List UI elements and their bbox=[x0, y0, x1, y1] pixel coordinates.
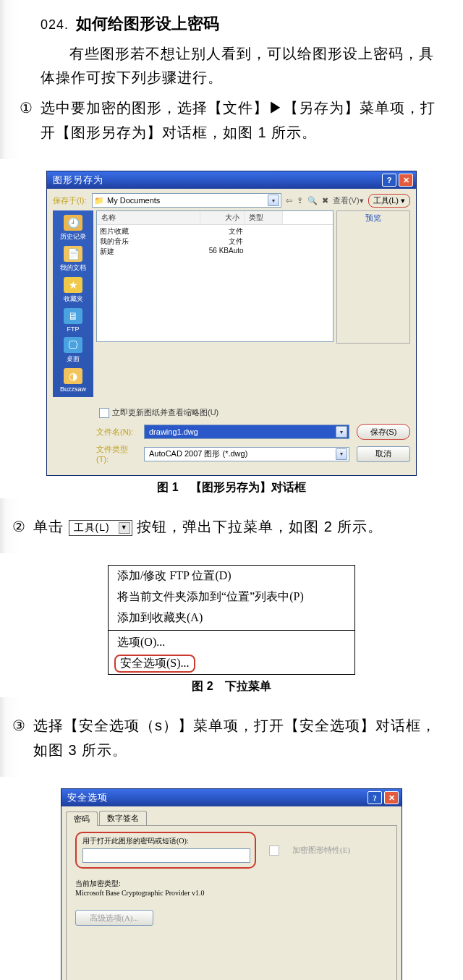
view-menu[interactable]: 查看(V) ▾ bbox=[333, 195, 364, 206]
step-3-number: ③ bbox=[10, 713, 27, 762]
help-icon[interactable]: ? bbox=[368, 791, 382, 804]
step-1-number: ① bbox=[17, 95, 35, 145]
filename-input[interactable]: drawing1.dwg▾ bbox=[144, 425, 349, 439]
topic-number: 024. bbox=[41, 17, 69, 33]
save-in-label: 保存于(I): bbox=[53, 195, 88, 206]
cancel-button[interactable]: 取消 bbox=[357, 446, 410, 462]
save-button[interactable]: 保存(S) bbox=[357, 424, 410, 440]
list-item[interactable]: 我的音乐文件 bbox=[100, 237, 330, 247]
file-list-pane[interactable]: 名称 大小 类型 图片收藏文件 我的音乐文件 新建56 KBAuto bbox=[96, 210, 334, 342]
chevron-down-icon: ▾ bbox=[401, 196, 405, 205]
sidebar-item-desktop[interactable]: 🖵桌面 bbox=[53, 337, 93, 364]
saveas-dialog: 图形另存为 ? ✕ 保存于(I): 📁 My Documents ▾ ⇦ ⇪ 🔍 bbox=[46, 171, 417, 476]
filetype-combo[interactable]: AutoCAD 2007 图形 (*.dwg)▾ bbox=[144, 447, 349, 461]
back-icon[interactable]: ⇦ bbox=[286, 196, 292, 205]
menu-divider bbox=[109, 630, 354, 631]
folder-icon: 📁 bbox=[94, 196, 104, 205]
advanced-button[interactable]: 高级选项(A)... bbox=[75, 910, 153, 926]
sidebar-item-mydocs[interactable]: 📄我的文档 bbox=[53, 246, 93, 273]
saveas-titlebar: 图形另存为 ? ✕ bbox=[47, 171, 416, 189]
up-folder-icon[interactable]: ⇪ bbox=[297, 196, 303, 205]
step-3-text: 选择【安全选项（s）】菜单项，打开【安全选项】对话框，如图 3 所示。 bbox=[33, 713, 449, 762]
update-thumb-checkbox[interactable] bbox=[99, 408, 109, 418]
tab-password[interactable]: 密码 bbox=[66, 811, 98, 826]
topic-title: 如何给图形设上密码 bbox=[76, 13, 219, 35]
security-dialog: 安全选项 ? ✕ 密码 数字签名 用于打开此图形的密码或短语(O): 加密图形特… bbox=[61, 788, 402, 980]
menu-item-add-place[interactable]: 将当前文件夹添加到“位置”列表中(P) bbox=[109, 587, 354, 608]
step-2-number: ② bbox=[10, 514, 27, 539]
chevron-down-icon: ▼ bbox=[119, 522, 130, 534]
sidebar-item-buzzsaw[interactable]: ◑Buzzsaw bbox=[53, 368, 93, 393]
filename-label: 文件名(N): bbox=[96, 427, 137, 438]
sidebar-item-ftp[interactable]: 🖥FTP bbox=[53, 308, 93, 333]
update-thumb-label: 立即更新图纸并查看缩略图(U) bbox=[112, 407, 218, 418]
preview-pane: 预览 bbox=[336, 210, 410, 344]
security-title: 安全选项 bbox=[67, 791, 365, 804]
chevron-down-icon[interactable]: ▾ bbox=[336, 448, 347, 460]
search-icon[interactable]: 🔍 bbox=[307, 196, 318, 205]
saveas-title: 图形另存为 bbox=[53, 174, 380, 187]
list-item[interactable]: 图片收藏文件 bbox=[100, 226, 330, 237]
step-2-text: 单击 工具(L) ▼ 按钮，弹出下拉菜单，如图 2 所示。 bbox=[33, 514, 449, 539]
tools-label: 工具(L) bbox=[373, 195, 399, 206]
security-titlebar: 安全选项 ? ✕ bbox=[61, 789, 402, 806]
figure-2-caption: 图 2 下拉菜单 bbox=[16, 679, 447, 694]
tools-inline-button[interactable]: 工具(L) ▼ bbox=[69, 520, 132, 536]
delete-icon[interactable]: ✖ bbox=[322, 196, 328, 205]
save-in-value: My Documents bbox=[104, 196, 268, 205]
figure-1-caption: 图 1 【图形另存为】对话框 bbox=[16, 480, 447, 495]
menu-item-security-options[interactable]: 安全选项(S)... bbox=[114, 655, 195, 673]
col-size[interactable]: 大小 bbox=[200, 211, 245, 224]
col-type[interactable]: 类型 bbox=[245, 211, 283, 224]
close-icon[interactable]: ✕ bbox=[399, 174, 413, 187]
nav-toolbar: ⇦ ⇪ 🔍 ✖ 查看(V) ▾ 工具(L) ▾ bbox=[286, 194, 410, 208]
encrypt-prop-checkbox[interactable] bbox=[269, 845, 279, 856]
password-group: 用于打开此图形的密码或短语(O): bbox=[75, 832, 256, 869]
filetype-label: 文件类型(T): bbox=[96, 444, 137, 464]
step-1: ① 选中要加密的图形，选择【文件】▶【另存为】菜单项，打开【图形另存为】对话框，… bbox=[17, 95, 437, 145]
menu-item-options[interactable]: 选项(O)... bbox=[109, 632, 354, 653]
chevron-down-icon[interactable]: ▾ bbox=[336, 426, 347, 438]
tools-button[interactable]: 工具(L) ▾ bbox=[368, 194, 410, 208]
list-item[interactable]: 新建56 KBAuto bbox=[100, 247, 330, 257]
sidebar-item-favorites[interactable]: ★收藏夹 bbox=[53, 277, 93, 304]
password-label: 用于打开此图形的密码或短语(O): bbox=[82, 836, 249, 846]
step-1-text: 选中要加密的图形，选择【文件】▶【另存为】菜单项，打开【图形另存为】对话框，如图… bbox=[41, 95, 437, 145]
sidebar-item-history[interactable]: 🕘历史记录 bbox=[53, 215, 93, 242]
encrypt-prop-label: 加密图形特性(E) bbox=[292, 845, 350, 856]
col-name[interactable]: 名称 bbox=[97, 211, 200, 224]
provider-hint: 当前加密类型: bbox=[75, 879, 388, 889]
places-sidebar: 🕘历史记录 📄我的文档 ★收藏夹 🖥FTP 🖵桌面 ◑Buzzsaw bbox=[53, 210, 93, 397]
menu-item-add-fav[interactable]: 添加到收藏夹(A) bbox=[109, 608, 354, 629]
help-icon[interactable]: ? bbox=[382, 174, 396, 187]
close-icon[interactable]: ✕ bbox=[384, 791, 399, 804]
tab-signature[interactable]: 数字签名 bbox=[99, 811, 147, 825]
menu-item-ftp[interactable]: 添加/修改 FTP 位置(D) bbox=[109, 566, 354, 587]
password-input[interactable] bbox=[82, 848, 250, 863]
intro-paragraph: 有些图形若不想让别人看到，可以给图形设上密码，具体操作可按下列步骤进行。 bbox=[41, 42, 437, 90]
chevron-down-icon[interactable]: ▾ bbox=[268, 195, 279, 206]
save-in-combo[interactable]: 📁 My Documents ▾ bbox=[92, 193, 281, 208]
crypto-provider: Microsoft Base Cryptographic Provider v1… bbox=[75, 889, 388, 897]
tools-dropdown-menu: 添加/修改 FTP 位置(D) 将当前文件夹添加到“位置”列表中(P) 添加到收… bbox=[108, 565, 355, 675]
